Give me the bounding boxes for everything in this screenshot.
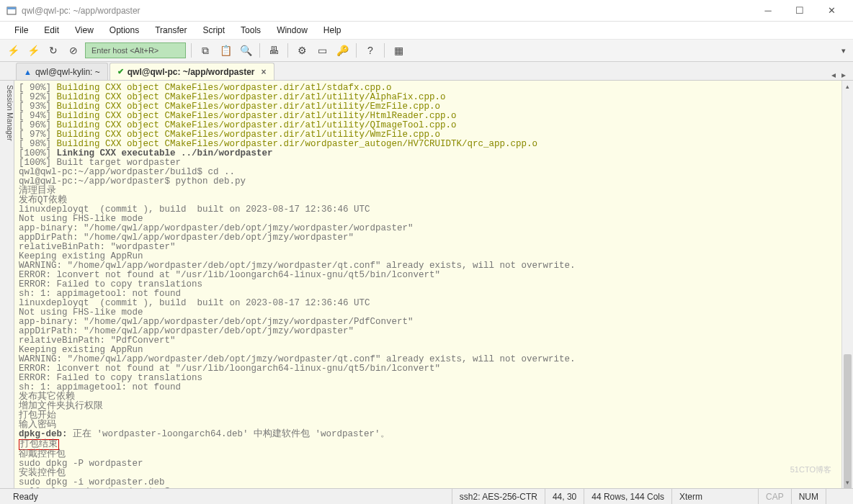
menubar: File Edit View Options Transfer Script T…	[0, 22, 853, 39]
connect-icon[interactable]: ⚡	[4, 42, 22, 59]
scroll-up-icon[interactable]: ▴	[842, 81, 853, 92]
session-icon[interactable]: ▭	[313, 42, 331, 59]
maximize-button[interactable]: ☐	[784, 1, 816, 21]
menu-options[interactable]: Options	[102, 23, 146, 37]
scroll-thumb[interactable]	[844, 354, 852, 488]
titlebar: qwl@qwl-pc: ~/app/wordpaster ─ ☐ ✕	[0, 0, 853, 22]
print-icon[interactable]: 🖶	[265, 42, 282, 59]
scroll-down-icon[interactable]: ▾	[842, 477, 853, 488]
find-icon[interactable]: 🔍	[237, 42, 254, 59]
session-manager-sidebar[interactable]: Session Manager	[0, 81, 14, 488]
toolbar-dropdown-icon[interactable]: ▾	[841, 46, 849, 55]
menu-edit[interactable]: Edit	[37, 23, 66, 37]
quick-connect-icon[interactable]: ⚡	[24, 42, 42, 59]
tab-label: qwl@qwl-pc: ~/app/wordpaster	[128, 67, 255, 77]
menu-view[interactable]: View	[68, 23, 101, 37]
close-button[interactable]: ✕	[816, 1, 847, 21]
disconnect-icon[interactable]: ⊘	[65, 42, 82, 59]
tab-check-icon: ✔	[117, 67, 124, 76]
toolbar: ⚡ ⚡ ↻ ⊘ Enter host <Alt+R> ⧉ 📋 🔍 🖶 ⚙ ▭ 🔑…	[0, 39, 853, 62]
menu-window[interactable]: Window	[269, 23, 315, 37]
status-cursor-pos: 44, 30	[545, 489, 584, 504]
status-connection: ssh2: AES-256-CTR	[452, 489, 545, 504]
terminal[interactable]: [ 90%] Building CXX object CMakeFiles/wo…	[14, 81, 841, 488]
tab-close-icon[interactable]: ×	[261, 67, 266, 77]
help-icon[interactable]: ?	[362, 42, 379, 59]
tab-warn-icon: ▲	[24, 68, 32, 76]
menu-tools[interactable]: Tools	[233, 23, 268, 37]
scrollbar[interactable]: ▴ ▾	[841, 81, 853, 488]
window-title: qwl@qwl-pc: ~/app/wordpaster	[22, 6, 752, 16]
menu-transfer[interactable]: Transfer	[148, 23, 194, 37]
status-dimensions: 44 Rows, 144 Cols	[584, 489, 671, 504]
status-num: NUM	[791, 489, 826, 504]
tab-kylin[interactable]: ▲ qwl@qwl-kylin: ~	[16, 63, 108, 80]
minimize-button[interactable]: ─	[752, 1, 784, 21]
copy-icon[interactable]: ⧉	[197, 42, 214, 59]
menu-help[interactable]: Help	[316, 23, 349, 37]
status-term-type: Xterm	[671, 489, 758, 504]
reconnect-icon[interactable]: ↻	[45, 42, 62, 59]
svg-rect-1	[7, 7, 16, 9]
grid-icon[interactable]: ▦	[390, 42, 407, 59]
tabbar: ▲ qwl@qwl-kylin: ~ ✔ qwl@qwl-pc: ~/app/w…	[0, 62, 853, 81]
status-cap: CAP	[758, 489, 791, 504]
key-icon[interactable]: 🔑	[334, 42, 351, 59]
menu-script[interactable]: Script	[195, 23, 232, 37]
tab-wordpaster[interactable]: ✔ qwl@qwl-pc: ~/app/wordpaster ×	[110, 63, 274, 80]
menu-file[interactable]: File	[7, 23, 35, 37]
statusbar: Ready ssh2: AES-256-CTR 44, 30 44 Rows, …	[0, 488, 853, 504]
status-ready: Ready	[6, 489, 452, 504]
host-input[interactable]: Enter host <Alt+R>	[85, 42, 186, 58]
app-icon	[6, 5, 17, 17]
tab-label: qwl@qwl-kylin: ~	[35, 67, 100, 77]
paste-icon[interactable]: 📋	[217, 42, 234, 59]
tab-prev-icon[interactable]: ◂	[831, 70, 836, 80]
settings-icon[interactable]: ⚙	[293, 42, 311, 59]
tab-next-icon[interactable]: ▸	[841, 70, 846, 80]
